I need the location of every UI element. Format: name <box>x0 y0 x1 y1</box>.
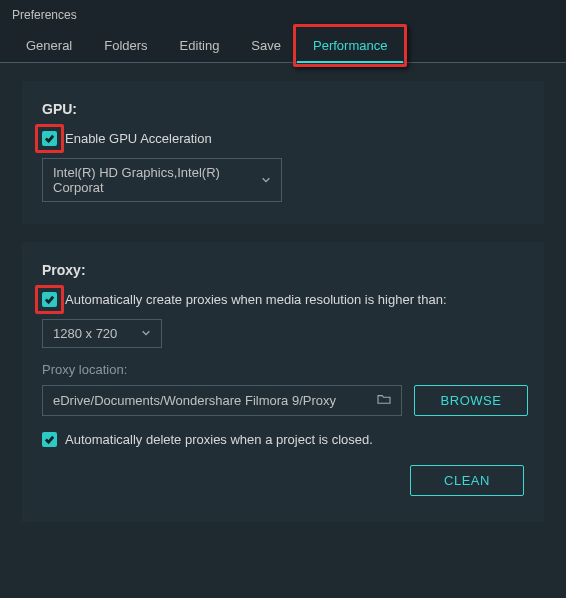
window-title: Preferences <box>0 0 566 28</box>
gpu-title: GPU: <box>42 101 530 117</box>
gpu-device-select[interactable]: Intel(R) HD Graphics,Intel(R) Corporat <box>42 158 282 202</box>
chevron-down-icon <box>141 326 151 341</box>
proxy-section: Proxy: Automatically create proxies when… <box>22 242 544 522</box>
clean-button[interactable]: CLEAN <box>410 465 524 496</box>
proxy-path-input[interactable]: eDrive/Documents/Wondershare Filmora 9/P… <box>42 385 402 416</box>
proxy-resolution-select[interactable]: 1280 x 720 <box>42 319 162 348</box>
browse-button[interactable]: BROWSE <box>414 385 528 416</box>
tab-general[interactable]: General <box>10 28 88 62</box>
proxy-title: Proxy: <box>42 262 530 278</box>
folder-icon <box>377 393 391 408</box>
enable-gpu-label: Enable GPU Acceleration <box>65 131 212 146</box>
auto-create-proxy-checkbox[interactable] <box>42 292 57 307</box>
tab-editing[interactable]: Editing <box>164 28 236 62</box>
tab-save[interactable]: Save <box>235 28 297 62</box>
gpu-device-value: Intel(R) HD Graphics,Intel(R) Corporat <box>53 165 251 195</box>
proxy-location-label: Proxy location: <box>42 362 530 377</box>
auto-create-proxy-label: Automatically create proxies when media … <box>65 292 447 307</box>
tab-performance[interactable]: Performance <box>297 28 403 63</box>
tab-folders[interactable]: Folders <box>88 28 163 62</box>
gpu-section: GPU: Enable GPU Acceleration Intel(R) HD… <box>22 81 544 224</box>
chevron-down-icon <box>261 173 271 188</box>
tabs-bar: General Folders Editing Save Performance <box>0 28 566 63</box>
proxy-resolution-value: 1280 x 720 <box>53 326 117 341</box>
tab-label: Performance <box>313 38 387 53</box>
proxy-path-value: eDrive/Documents/Wondershare Filmora 9/P… <box>53 393 336 408</box>
auto-delete-proxy-label: Automatically delete proxies when a proj… <box>65 432 373 447</box>
enable-gpu-checkbox[interactable] <box>42 131 57 146</box>
auto-delete-proxy-checkbox[interactable] <box>42 432 57 447</box>
